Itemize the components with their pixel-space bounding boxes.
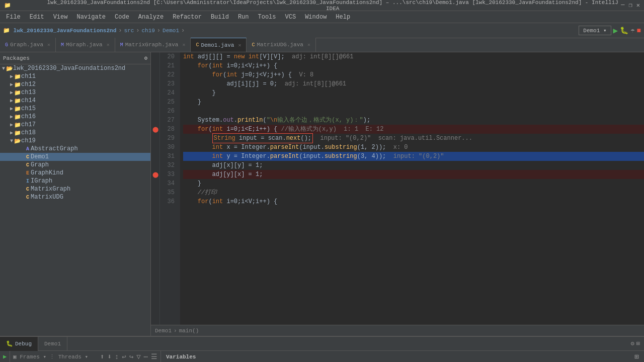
ln-30: 30 — [160, 143, 177, 152]
sidebar-item-demo1[interactable]: C Demo1 — [0, 153, 150, 161]
tab-matrixgraph-java[interactable]: M MatrixGraph.java ✕ — [115, 38, 191, 52]
tab-mgraph-close[interactable]: ✕ — [107, 42, 110, 48]
tab-graph-close[interactable]: ✕ — [47, 42, 50, 48]
sidebar-item-graphkind[interactable]: E GraphKind — [0, 169, 150, 177]
matrixgraph-class-icon: C — [26, 187, 29, 192]
menu-window[interactable]: Window — [301, 13, 331, 22]
menu-navigate[interactable]: Navigate — [72, 13, 110, 22]
path-separator-1: › — [118, 27, 122, 34]
tab-matrixudg-java[interactable]: C MatrixUDG.java ✕ — [247, 38, 315, 52]
sidebar-item-ch18[interactable]: ▶ 📁 ch18 — [0, 129, 150, 137]
resume-icon[interactable]: ▶ — [3, 353, 7, 360]
sidebar-item-ch12[interactable]: ▶ 📁 ch12 — [0, 80, 150, 88]
debug-button[interactable]: 🐛 — [620, 26, 628, 35]
sidebar-item-abstractgraph[interactable]: A AbstractGraph — [0, 145, 150, 153]
code-line-28: for(int i=0;i<E;i++) { //输入格式为(x,y) i: 1… — [183, 125, 644, 134]
menu-tools[interactable]: Tools — [254, 13, 280, 22]
tab-mgraph-java[interactable]: M MGraph.java ✕ — [56, 38, 115, 52]
breadcrumb-demo1[interactable]: Demo1 — [163, 28, 179, 34]
debug-expand-icon[interactable]: ⊞ — [636, 340, 640, 347]
tab-matrixudg-icon: C — [252, 42, 255, 48]
sidebar-item-ch19[interactable]: ▼ 📂 ch19 — [0, 137, 150, 145]
stop-button[interactable]: ■ — [637, 27, 641, 35]
menu-bar: File Edit View Navigate Code Analyze Ref… — [0, 11, 644, 23]
title-controls: — ❐ ✕ — [621, 2, 640, 9]
sidebar-item-ch14[interactable]: ▶ 📁 ch14 — [0, 97, 150, 105]
frames-step-icon[interactable]: ↩ — [122, 352, 126, 361]
menu-build[interactable]: Build — [207, 13, 233, 22]
frames-gear-icon[interactable]: ☰ — [151, 352, 157, 361]
menu-help[interactable]: Help — [332, 13, 354, 22]
frames-tab[interactable]: ▣ Frames ▾ — [13, 353, 46, 360]
sidebar-item-ch15[interactable]: ▶ 📁 ch15 — [0, 105, 150, 113]
menu-refactor[interactable]: Refactor — [169, 13, 206, 22]
menu-file[interactable]: File — [2, 13, 25, 22]
breakpoint-33-icon[interactable]: ⬤ — [152, 171, 158, 178]
tab-demo1-close[interactable]: ✕ — [238, 42, 241, 48]
debug-tab-demo1[interactable]: Demo1 — [38, 337, 67, 351]
coverage-button[interactable]: ☂ — [630, 26, 634, 35]
minimize-button[interactable]: — — [621, 2, 624, 9]
tab-matrixgraph-close[interactable]: ✕ — [182, 42, 185, 48]
graph-label: Graph — [31, 161, 49, 168]
title-text: lwk_20162330_JavaFoundations2nd [C:\User… — [44, 0, 621, 12]
variables-expand-icon[interactable]: ⊞ — [635, 352, 639, 361]
sidebar-content[interactable]: ▼ 📂 lwk_20162330_JavaFoundations2nd ▶ 📁 … — [0, 64, 150, 336]
sidebar-settings-icon[interactable]: ⚙ — [144, 55, 147, 61]
ch17-expand: ▶ — [10, 122, 13, 128]
run-config[interactable]: Demo1 ▾ — [579, 26, 611, 35]
tab-matrixudg-close[interactable]: ✕ — [307, 42, 310, 48]
code-lines[interactable]: int adj[][] = new int[V][V]; adj: int[8]… — [180, 52, 644, 325]
gutter-28: ⬤ — [151, 125, 159, 134]
editor-content[interactable]: ⬤ ⬤ 20 21 22 23 24 25 — [151, 52, 644, 325]
menu-edit[interactable]: Edit — [26, 13, 48, 22]
sidebar-item-matrixudg[interactable]: C MatrixUDG — [0, 193, 150, 201]
sidebar-item-graph[interactable]: C Graph — [0, 161, 150, 169]
sidebar-item-ch17[interactable]: ▶ 📁 ch17 — [0, 121, 150, 129]
code-area: ⬤ ⬤ 20 21 22 23 24 25 — [151, 52, 644, 325]
menu-analyze[interactable]: Analyze — [134, 13, 168, 22]
debug-settings-icon[interactable]: ⚙ — [631, 340, 634, 347]
frames-step2-icon[interactable]: ↪ — [129, 352, 133, 361]
sidebar-item-ch16[interactable]: ▶ 📁 ch16 — [0, 113, 150, 121]
code-line-29: String input = scan.next(); input: "(0,2… — [183, 134, 644, 143]
code-line-34: } — [183, 179, 644, 188]
close-button[interactable]: ✕ — [636, 2, 640, 9]
menu-view[interactable]: View — [49, 13, 72, 22]
frames-filter-icon[interactable]: ▽ — [136, 352, 140, 361]
breadcrumb-ch19[interactable]: ch19 — [141, 28, 154, 34]
gutter-35 — [151, 188, 159, 197]
sidebar-item-igraph[interactable]: I IGraph — [0, 177, 150, 185]
sidebar-item-matrixgraph[interactable]: C MatrixGraph — [0, 185, 150, 193]
run-button[interactable]: ▶ — [613, 26, 618, 36]
tab-mgraph-label: MGraph.java — [66, 42, 103, 48]
sidebar-item-ch11[interactable]: ▶ 📁 ch11 — [0, 72, 150, 80]
frames-copy-icon[interactable]: ⬆ — [100, 352, 104, 361]
tab-graph-java[interactable]: G Graph.java ✕ — [0, 38, 56, 52]
matrixudg-class-icon: C — [26, 195, 29, 200]
menu-run[interactable]: Run — [234, 13, 253, 22]
maximize-button[interactable]: ❐ — [629, 2, 632, 9]
frames-restore-icon[interactable]: ↕ — [115, 353, 119, 361]
ln-25: 25 — [160, 98, 177, 107]
tab-demo1-label: Demo1.java — [201, 42, 234, 48]
frames-down-icon[interactable]: ⬇ — [107, 352, 111, 361]
project-name[interactable]: 📁 lwk_20162330_JavaFoundations2nd — [3, 27, 116, 34]
menu-code[interactable]: Code — [111, 13, 133, 22]
tree-root[interactable]: ▼ 📂 lwk_20162330_JavaFoundations2nd — [0, 64, 150, 72]
ch15-label: ch15 — [21, 105, 36, 112]
path-separator-2: › — [136, 27, 139, 34]
breadcrumb-bottom-demo1: Demo1 — [155, 328, 172, 334]
tab-demo1-java[interactable]: C Demo1.java ✕ — [191, 38, 247, 52]
sidebar-item-ch13[interactable]: ▶ 📁 ch13 — [0, 88, 150, 97]
ch13-folder-icon: 📁 — [14, 89, 21, 96]
breakpoint-28-icon[interactable]: ⬤ — [152, 126, 158, 133]
ch13-expand: ▶ — [10, 89, 13, 96]
threads-tab[interactable]: ⋮ Threads ▾ — [49, 353, 88, 360]
root-expand-arrow: ▼ — [2, 66, 5, 71]
breadcrumb-src[interactable]: src — [124, 28, 134, 34]
frames-header: ▣ Frames ▾ ⋮ Threads ▾ ⬆ ⬇ ↕ ↩ ↪ ▽ ⋯ ☰ — [10, 351, 160, 362]
debug-tab-debug[interactable]: 🐛 Debug — [0, 337, 38, 351]
menu-vcs[interactable]: VCS — [281, 13, 300, 22]
frames-more-icon[interactable]: ⋯ — [144, 352, 148, 361]
